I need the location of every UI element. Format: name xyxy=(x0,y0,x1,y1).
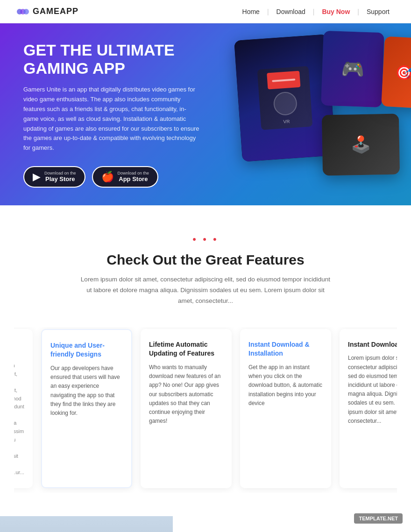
playstore-button[interactable]: ▶ Download on the Play Store xyxy=(23,166,85,188)
feature-instant-desc: Lorem ipsum dolor sit amet, consectetur … xyxy=(348,354,397,426)
feature-card-instant-install: Instant Download & Installation Get the … xyxy=(240,329,331,488)
hero-card-game3: 🎯 xyxy=(381,36,411,109)
nav-home[interactable]: Home xyxy=(238,8,264,15)
features-cards-container: ntnload Lorem ipsum dolor sit amet, cons… xyxy=(14,327,397,493)
feature-card-lifetime: Lifetime Automatic Updating of Features … xyxy=(141,329,232,488)
hero-card-game1: 🎮 xyxy=(321,31,384,107)
feature-instant-install-title: Instant Download & Installation xyxy=(248,340,323,358)
logo[interactable]: GAMEAPP xyxy=(17,7,78,16)
feature-lifetime-desc: Who wants to manually download new featu… xyxy=(149,363,223,426)
hero-card-game2: 🕹️ xyxy=(322,114,400,176)
appstore-button[interactable]: 🍎 Download on the App Store xyxy=(92,166,159,188)
features-subtitle: Lorem ipsum dolor sit amet, consectetur … xyxy=(79,274,332,307)
hero-buttons: ▶ Download on the Play Store 🍎 Download … xyxy=(23,166,201,188)
nav-download[interactable]: Download xyxy=(272,8,310,15)
hero-images: VR 🎮 🕹️ 🎯 xyxy=(210,23,411,205)
hero-description: Gamers Unite is an app that digitally di… xyxy=(23,85,201,153)
apple-icon: 🍎 xyxy=(101,171,114,183)
navigation: GAMEAPP Home | Download | Buy Now | Supp… xyxy=(0,0,411,23)
features-title: Check Out the Great Features xyxy=(14,252,397,268)
svg-rect-2 xyxy=(23,9,29,14)
hero-content: GET THE ULTIMATE GAMING APP Gamers Unite… xyxy=(0,23,224,205)
logo-icon xyxy=(17,7,30,16)
benefits-collage: 📱 🎮 xyxy=(0,516,173,532)
person-image xyxy=(0,516,173,532)
template-badge: TEMPLATE.NET xyxy=(354,513,403,524)
feature-unique-desc: Our app developers have ensured that use… xyxy=(50,364,123,418)
features-dots: • • • xyxy=(14,233,397,245)
features-track: ntnload Lorem ipsum dolor sit amet, cons… xyxy=(14,327,360,493)
hero-section: GET THE ULTIMATE GAMING APP Gamers Unite… xyxy=(0,23,411,205)
feature-instant-title: Instant Download xyxy=(348,340,397,350)
nav-links: Home | Download | Buy Now | Support xyxy=(238,8,394,15)
feature-card-unique: Unique and User-friendly Designs Our app… xyxy=(41,329,132,488)
feature-lifetime-title: Lifetime Automatic Updating of Features xyxy=(149,340,223,358)
android-icon: ▶ xyxy=(33,171,41,183)
nav-buynow[interactable]: Buy Now xyxy=(317,8,354,15)
hero-card-vr: VR xyxy=(234,34,336,161)
benefits-section: 📱 🎮 • • • Get our App & Experience the B… xyxy=(0,516,411,532)
feature-partial-left-title: ntnload xyxy=(14,340,24,357)
feature-partial-left-desc: Lorem ipsum dolor sit amet, consectetur … xyxy=(14,362,24,476)
feature-unique-title: Unique and User-friendly Designs xyxy=(50,341,123,359)
features-section: • • • Check Out the Great Features Lorem… xyxy=(0,205,411,516)
feature-card-instant: Instant Download Lorem ipsum dolor sit a… xyxy=(340,329,397,488)
feature-instant-install-desc: Get the app in an instant when you click… xyxy=(248,363,323,408)
nav-support[interactable]: Support xyxy=(362,8,394,15)
hero-title: GET THE ULTIMATE GAMING APP xyxy=(23,41,201,77)
feature-card-partial-left: ntnload Lorem ipsum dolor sit amet, cons… xyxy=(14,329,33,488)
benefits-image: 📱 🎮 xyxy=(0,516,173,532)
